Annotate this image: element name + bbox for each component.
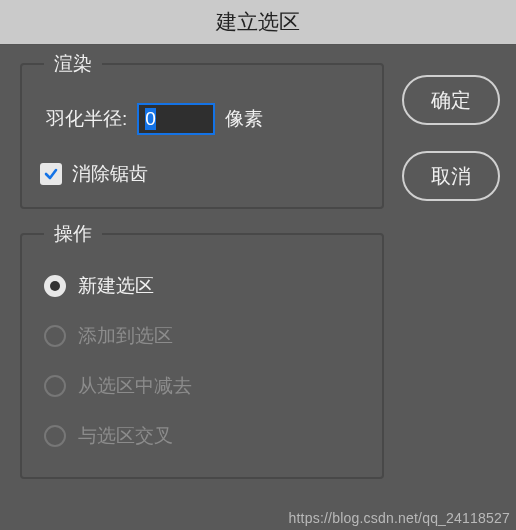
operation-fieldset: 操作 新建选区 添加到选区 从选区中减去 与选区交叉 (20, 233, 384, 479)
feather-unit: 像素 (225, 106, 263, 132)
radio-icon (44, 275, 66, 297)
radio-icon (44, 325, 66, 347)
feather-row: 羽化半径: 像素 (40, 103, 364, 135)
cancel-button[interactable]: 取消 (402, 151, 500, 201)
watermark: https://blog.csdn.net/qq_24118527 (289, 510, 510, 526)
radio-icon (44, 375, 66, 397)
feather-input[interactable] (137, 103, 215, 135)
dialog-title: 建立选区 (216, 8, 300, 36)
antialias-checkbox[interactable] (40, 163, 62, 185)
antialias-row[interactable]: 消除锯齿 (40, 161, 364, 187)
radio-label: 添加到选区 (78, 323, 173, 349)
dialog-content: 渲染 羽化半径: 像素 消除锯齿 操作 新建选区 (0, 45, 516, 497)
render-legend: 渲染 (44, 51, 102, 77)
radio-new-selection[interactable]: 新建选区 (44, 273, 360, 299)
radio-label: 与选区交叉 (78, 423, 173, 449)
ok-button[interactable]: 确定 (402, 75, 500, 125)
antialias-label: 消除锯齿 (72, 161, 148, 187)
cancel-button-label: 取消 (431, 163, 471, 190)
render-fieldset: 渲染 羽化半径: 像素 消除锯齿 (20, 63, 384, 209)
side-column: 确定 取消 (402, 63, 500, 479)
operation-legend: 操作 (44, 221, 102, 247)
check-icon (43, 166, 59, 182)
dialog-titlebar: 建立选区 (0, 0, 516, 45)
main-column: 渲染 羽化半径: 像素 消除锯齿 操作 新建选区 (20, 63, 384, 479)
radio-subtract-from-selection: 从选区中减去 (44, 373, 360, 399)
operation-radio-list: 新建选区 添加到选区 从选区中减去 与选区交叉 (40, 263, 364, 453)
radio-label: 从选区中减去 (78, 373, 192, 399)
radio-label: 新建选区 (78, 273, 154, 299)
radio-add-to-selection: 添加到选区 (44, 323, 360, 349)
radio-icon (44, 425, 66, 447)
ok-button-label: 确定 (431, 87, 471, 114)
radio-intersect-with-selection: 与选区交叉 (44, 423, 360, 449)
feather-label: 羽化半径: (46, 106, 127, 132)
